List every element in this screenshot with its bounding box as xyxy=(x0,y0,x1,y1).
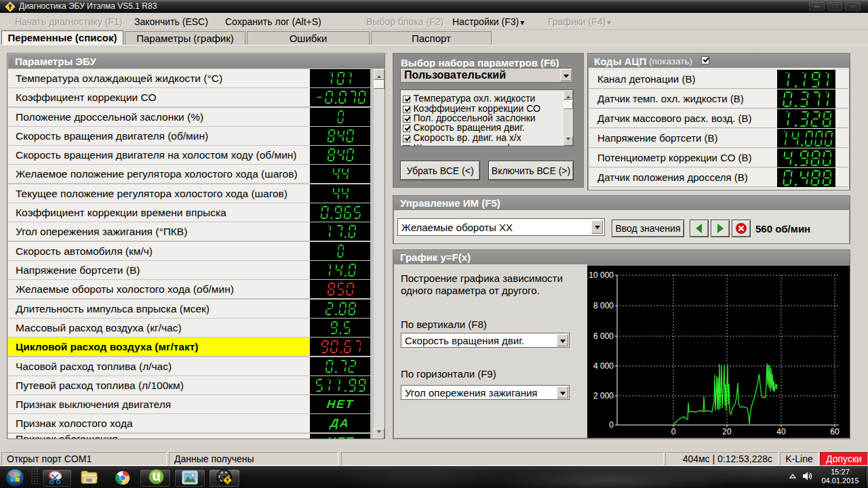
svg-text:40: 40 xyxy=(776,427,786,436)
svg-text:0: 0 xyxy=(609,420,614,430)
svg-text:2 000: 2 000 xyxy=(593,391,614,401)
svg-text:6 000: 6 000 xyxy=(593,331,614,341)
svg-text:4 000: 4 000 xyxy=(593,361,614,371)
svg-text:20: 20 xyxy=(722,427,732,436)
svg-text:60: 60 xyxy=(830,427,840,436)
svg-text:8 000: 8 000 xyxy=(593,301,614,310)
svg-text:0: 0 xyxy=(671,427,676,436)
svg-text:10 000: 10 000 xyxy=(589,270,614,280)
